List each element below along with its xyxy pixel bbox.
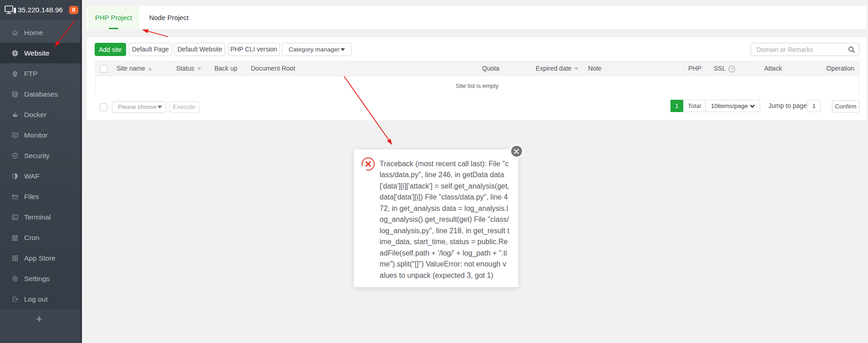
caret-down-icon: [574, 67, 579, 70]
sort-asc-icon: [148, 67, 152, 70]
svg-text:?: ?: [731, 67, 733, 71]
sidebar-item-settings[interactable]: Settings: [0, 268, 81, 289]
toolbar: Add site Default PageDefault WebsitePHP …: [87, 37, 867, 61]
active-tab-underline: [109, 28, 118, 29]
sidebar-item-files[interactable]: Files: [0, 186, 81, 207]
docker-whale-icon: [12, 112, 18, 118]
column-header-document-root[interactable]: Document Root: [251, 61, 295, 76]
sidebar-item-label: Log out: [24, 289, 48, 309]
tab-php-project[interactable]: PHP Project: [88, 6, 139, 29]
error-icon: [361, 157, 375, 171]
dialog-close-button[interactable]: [509, 144, 523, 159]
caret-down-icon: [157, 106, 162, 108]
tab-label: PHP Project: [88, 6, 139, 29]
sidebar-item-databases[interactable]: Databases: [0, 84, 81, 104]
sidebar-item-label: Security: [24, 145, 50, 166]
sidebar-item-label: Terminal: [24, 207, 51, 227]
sidebar-item-docker[interactable]: Docker: [0, 104, 81, 125]
sidebar-item-app-store[interactable]: App Store: [0, 248, 81, 268]
column-label: PHP: [688, 65, 701, 72]
table-header-row: Site nameStatusBack upDocument RootQuota…: [96, 61, 859, 76]
sidebar-item-label: Docker: [24, 104, 46, 125]
server-monitor-icon: [5, 5, 16, 15]
sidebar-item-label: FTP: [24, 63, 37, 84]
column-header-back-up[interactable]: Back up: [214, 61, 238, 76]
search-box: [751, 43, 859, 56]
column-label: Site name: [117, 65, 145, 72]
chevron-down-icon: [750, 103, 755, 109]
sidebar-item-label: Settings: [24, 268, 50, 289]
column-header-operation[interactable]: Operation: [827, 61, 854, 76]
sidebar: 35.220.148.96 0 HomeWebsiteFTPDatabasesD…: [0, 0, 81, 343]
default-website-button[interactable]: Default Website: [174, 43, 225, 56]
grid-icon: [12, 255, 18, 261]
column-label: Back up: [214, 65, 238, 72]
terminal-icon: [12, 214, 18, 220]
sidebar-item-terminal[interactable]: Terminal: [0, 207, 81, 227]
column-header-site-name[interactable]: Site name: [117, 61, 152, 76]
column-label: Status: [176, 65, 194, 72]
column-header-ssl[interactable]: SSL?: [714, 61, 735, 76]
shield-check-icon: [12, 153, 18, 159]
gear-icon: [12, 276, 18, 282]
sidebar-footer: +: [0, 309, 81, 343]
sidebar-item-label: Monitor: [24, 125, 48, 145]
tab-label: Node Project: [139, 6, 198, 29]
column-header-php[interactable]: PHP: [688, 61, 701, 76]
search-input[interactable]: [751, 43, 847, 56]
column-header-attack[interactable]: Attack: [764, 61, 782, 76]
confirm-button[interactable]: Confirm: [832, 100, 859, 113]
content-card: Add site Default PageDefault WebsitePHP …: [87, 37, 867, 120]
column-label: SSL: [714, 65, 726, 72]
column-header-status[interactable]: Status: [176, 61, 201, 76]
home-icon: [12, 30, 18, 36]
folder-icon: [12, 194, 18, 200]
column-header-note[interactable]: Note: [588, 61, 602, 76]
tab-node-project[interactable]: Node Project: [139, 6, 198, 29]
sidebar-item-label: Files: [24, 186, 39, 207]
add-site-button[interactable]: Add site: [95, 43, 126, 56]
sidebar-header: 35.220.148.96 0: [0, 0, 81, 20]
select-all-checkbox[interactable]: [100, 65, 107, 72]
sidebar-add-button[interactable]: +: [28, 312, 50, 326]
sidebar-item-home[interactable]: Home: [0, 22, 81, 43]
sidebar-item-waf[interactable]: WAF: [0, 166, 81, 186]
column-header-expired-date[interactable]: Expired date: [536, 61, 579, 76]
server-ip[interactable]: 35.220.148.96: [18, 0, 63, 20]
sidebar-item-log-out[interactable]: Log out: [0, 289, 81, 309]
search-icon[interactable]: [848, 46, 855, 53]
sidebar-item-cron[interactable]: Cron: [0, 227, 81, 248]
help-question-icon[interactable]: ?: [728, 66, 735, 72]
jump-to-page-input[interactable]: [807, 100, 821, 112]
page-size-select[interactable]: 10items/page: [705, 100, 760, 112]
pagination-total: Total: [683, 100, 706, 112]
sidebar-item-label: Website: [24, 43, 50, 63]
default-page-button[interactable]: Default Page: [129, 43, 172, 56]
sidebar-menu: HomeWebsiteFTPDatabasesDockerMonitorSecu…: [0, 22, 81, 309]
sidebar-item-website[interactable]: Website: [0, 43, 81, 63]
sidebar-item-ftp[interactable]: FTP: [0, 63, 81, 84]
sidebar-item-monitor[interactable]: Monitor: [0, 125, 81, 145]
column-label: Note: [588, 65, 602, 72]
sidebar-item-label: WAF: [24, 166, 40, 186]
pagination-page-1[interactable]: 1: [670, 100, 683, 112]
message-count-badge[interactable]: 0: [69, 6, 78, 14]
site-table: Site nameStatusBack upDocument RootQuota…: [95, 61, 860, 95]
error-dialog: Traceback (most recent call last): File …: [354, 149, 519, 287]
monitor-chart-icon: [12, 132, 18, 138]
php-cli-version-button[interactable]: PHP CLI version: [228, 43, 280, 56]
column-label: Document Root: [251, 65, 295, 72]
batch-select-checkbox[interactable]: [100, 103, 107, 111]
arrow-to-php-tab: [143, 30, 168, 37]
project-tabbar: PHP ProjectNode Project: [87, 6, 867, 29]
batch-action-select[interactable]: Please choose: [112, 101, 166, 113]
sidebar-item-security[interactable]: Security: [0, 145, 81, 166]
calendar-icon: [12, 235, 18, 241]
sidebar-item-label: Databases: [24, 84, 58, 104]
column-header-quota[interactable]: Quota: [482, 61, 499, 76]
page-size-value: 10items/page: [711, 100, 748, 112]
category-manager-button[interactable]: Category manager: [282, 43, 351, 56]
execute-button[interactable]: Execute: [169, 101, 199, 113]
batch-action-select-value: Please choose: [118, 102, 157, 113]
column-label: Attack: [764, 65, 782, 72]
